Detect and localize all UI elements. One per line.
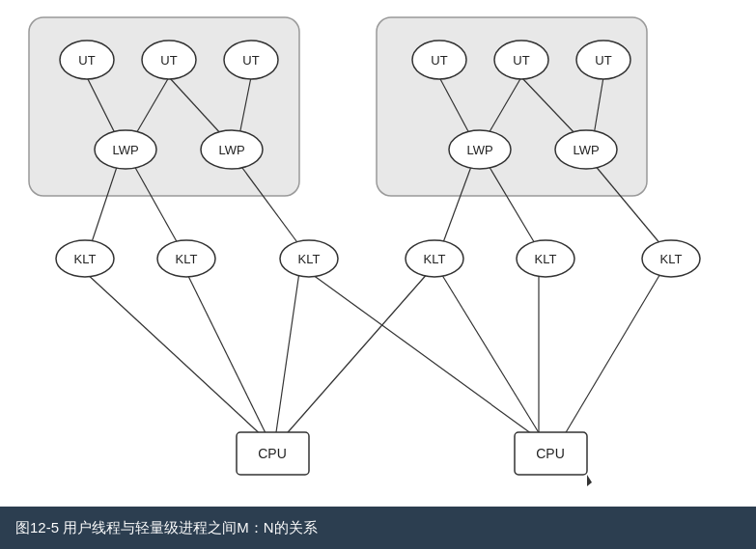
line-klt2-cpu1 — [186, 272, 268, 439]
line-klt3-cpu2 — [309, 272, 539, 439]
cpu-label-2: CPU — [536, 446, 565, 461]
line-klt1-cpu1 — [85, 272, 266, 439]
klt-label-3: KLT — [298, 252, 321, 266]
ut-label-3: UT — [242, 53, 259, 68]
lwp-label-1: LWP — [112, 143, 138, 157]
klt-label-4: KLT — [424, 252, 446, 266]
ut-label-5: UT — [513, 53, 529, 68]
diagram-canvas: UT UT UT LWP LWP UT UT UT LWP LWP KLT KL… — [0, 0, 756, 507]
line-klt4-cpu2 — [440, 272, 543, 439]
footer-caption: 图12-5 用户线程与轻量级进程之间M：N的关系 — [15, 519, 318, 537]
klt-label-6: KLT — [660, 252, 683, 266]
cursor-icon — [587, 475, 592, 486]
line-klt6-cpu2 — [562, 272, 661, 439]
cpu-label-1: CPU — [258, 446, 287, 461]
lwp-label-3: LWP — [466, 143, 492, 157]
klt-label-5: KLT — [535, 252, 557, 266]
ut-label-2: UT — [160, 53, 177, 68]
lwp-label-2: LWP — [218, 143, 244, 157]
klt-label-2: KLT — [176, 252, 198, 266]
ut-label-1: UT — [78, 53, 95, 68]
diagram-footer: 图12-5 用户线程与轻量级进程之间M：N的关系 — [0, 507, 756, 549]
line-klt3-cpu1 — [275, 272, 299, 439]
line-klt4-cpu1 — [282, 272, 429, 439]
klt-label-1: KLT — [74, 252, 97, 266]
ut-label-6: UT — [595, 53, 611, 68]
ut-label-4: UT — [431, 53, 447, 68]
lwp-label-4: LWP — [573, 143, 599, 157]
